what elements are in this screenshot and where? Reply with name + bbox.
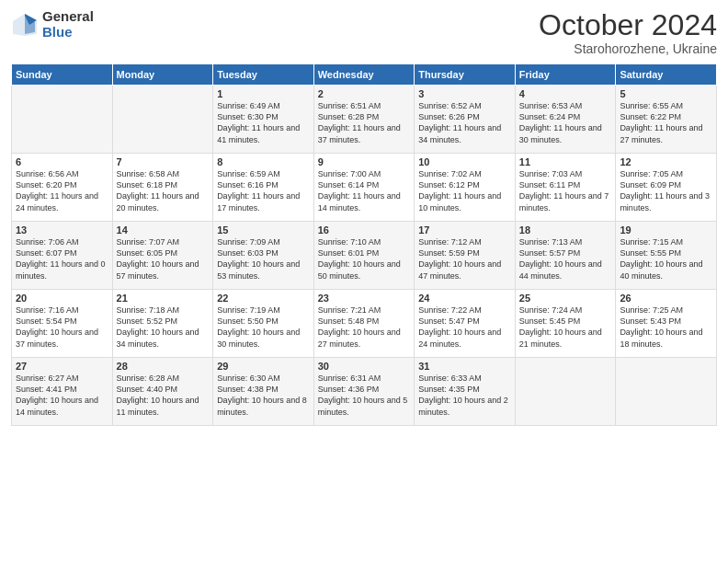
day-info: Sunrise: 6:59 AM Sunset: 6:16 PM Dayligh…	[217, 168, 310, 213]
day-number: 15	[217, 224, 310, 236]
day-number: 25	[519, 293, 612, 304]
day-number: 11	[519, 156, 612, 167]
calendar-cell: 15Sunrise: 7:09 AM Sunset: 6:03 PM Dayli…	[213, 222, 314, 290]
calendar-cell: 29Sunrise: 6:30 AM Sunset: 4:38 PM Dayli…	[213, 358, 314, 426]
header: General Blue October 2024 Starohorozhene…	[11, 9, 717, 56]
calendar-cell: 8Sunrise: 6:59 AM Sunset: 6:16 PM Daylig…	[213, 154, 314, 222]
day-number: 23	[318, 293, 411, 304]
day-info: Sunrise: 6:53 AM Sunset: 6:24 PM Dayligh…	[519, 100, 612, 145]
calendar-cell: 20Sunrise: 7:16 AM Sunset: 5:54 PM Dayli…	[12, 290, 113, 358]
day-info: Sunrise: 6:58 AM Sunset: 6:18 PM Dayligh…	[117, 168, 210, 213]
day-number: 14	[117, 224, 210, 236]
day-info: Sunrise: 6:28 AM Sunset: 4:40 PM Dayligh…	[117, 373, 210, 418]
day-info: Sunrise: 7:12 AM Sunset: 5:59 PM Dayligh…	[418, 236, 511, 282]
calendar-cell	[112, 86, 213, 154]
calendar-table: Sunday Monday Tuesday Wednesday Thursday…	[11, 63, 717, 426]
day-info: Sunrise: 6:49 AM Sunset: 6:30 PM Dayligh…	[217, 100, 310, 145]
calendar-week-3: 13Sunrise: 7:06 AM Sunset: 6:07 PM Dayli…	[12, 222, 717, 290]
calendar-cell: 1Sunrise: 6:49 AM Sunset: 6:30 PM Daylig…	[213, 86, 314, 154]
day-number: 24	[418, 293, 511, 304]
calendar-cell: 6Sunrise: 6:56 AM Sunset: 6:20 PM Daylig…	[12, 154, 113, 222]
calendar-cell: 4Sunrise: 6:53 AM Sunset: 6:24 PM Daylig…	[515, 86, 616, 154]
col-tuesday: Tuesday	[213, 64, 314, 86]
day-info: Sunrise: 6:31 AM Sunset: 4:36 PM Dayligh…	[318, 373, 411, 418]
calendar-cell: 16Sunrise: 7:10 AM Sunset: 6:01 PM Dayli…	[313, 222, 415, 290]
logo-blue: Blue	[42, 25, 94, 40]
location-subtitle: Starohorozhene, Ukraine	[539, 41, 717, 56]
calendar-cell: 27Sunrise: 6:27 AM Sunset: 4:41 PM Dayli…	[12, 358, 113, 426]
calendar-cell: 13Sunrise: 7:06 AM Sunset: 6:07 PM Dayli…	[12, 222, 113, 290]
header-row: Sunday Monday Tuesday Wednesday Thursday…	[12, 64, 717, 86]
day-info: Sunrise: 7:09 AM Sunset: 6:03 PM Dayligh…	[217, 236, 310, 282]
day-number: 30	[318, 361, 411, 372]
calendar-cell	[12, 86, 113, 154]
calendar-cell: 24Sunrise: 7:22 AM Sunset: 5:47 PM Dayli…	[415, 290, 516, 358]
day-info: Sunrise: 7:15 AM Sunset: 5:55 PM Dayligh…	[620, 236, 712, 282]
day-number: 16	[318, 224, 411, 236]
day-info: Sunrise: 7:03 AM Sunset: 6:11 PM Dayligh…	[519, 168, 612, 213]
calendar-cell: 5Sunrise: 6:55 AM Sunset: 6:22 PM Daylig…	[616, 86, 717, 154]
day-info: Sunrise: 7:16 AM Sunset: 5:54 PM Dayligh…	[16, 304, 108, 350]
day-number: 5	[620, 88, 712, 99]
calendar-cell: 3Sunrise: 6:52 AM Sunset: 6:26 PM Daylig…	[415, 86, 516, 154]
calendar-cell: 25Sunrise: 7:24 AM Sunset: 5:45 PM Dayli…	[515, 290, 616, 358]
day-info: Sunrise: 7:18 AM Sunset: 5:52 PM Dayligh…	[117, 304, 210, 350]
calendar-cell: 17Sunrise: 7:12 AM Sunset: 5:59 PM Dayli…	[415, 222, 516, 290]
day-info: Sunrise: 7:07 AM Sunset: 6:05 PM Dayligh…	[117, 236, 210, 282]
calendar-week-1: 1Sunrise: 6:49 AM Sunset: 6:30 PM Daylig…	[12, 86, 717, 154]
day-info: Sunrise: 7:25 AM Sunset: 5:43 PM Dayligh…	[620, 304, 712, 350]
calendar-cell: 14Sunrise: 7:07 AM Sunset: 6:05 PM Dayli…	[112, 222, 213, 290]
day-info: Sunrise: 6:56 AM Sunset: 6:20 PM Dayligh…	[16, 168, 108, 213]
day-number: 6	[16, 156, 108, 167]
day-number: 28	[117, 361, 210, 372]
day-number: 3	[418, 88, 511, 99]
day-info: Sunrise: 7:24 AM Sunset: 5:45 PM Dayligh…	[519, 304, 612, 350]
day-info: Sunrise: 6:55 AM Sunset: 6:22 PM Dayligh…	[620, 100, 712, 145]
calendar-cell: 2Sunrise: 6:51 AM Sunset: 6:28 PM Daylig…	[313, 86, 415, 154]
logo-icon	[11, 12, 39, 38]
page-container: General Blue October 2024 Starohorozhene…	[0, 0, 728, 433]
calendar-cell: 9Sunrise: 7:00 AM Sunset: 6:14 PM Daylig…	[313, 154, 415, 222]
calendar-week-2: 6Sunrise: 6:56 AM Sunset: 6:20 PM Daylig…	[12, 154, 717, 222]
calendar-cell: 19Sunrise: 7:15 AM Sunset: 5:55 PM Dayli…	[616, 222, 717, 290]
calendar-cell: 7Sunrise: 6:58 AM Sunset: 6:18 PM Daylig…	[112, 154, 213, 222]
calendar-cell	[616, 358, 717, 426]
day-number: 10	[418, 156, 511, 167]
day-info: Sunrise: 7:00 AM Sunset: 6:14 PM Dayligh…	[318, 168, 411, 213]
day-info: Sunrise: 6:51 AM Sunset: 6:28 PM Dayligh…	[318, 100, 411, 145]
day-number: 2	[318, 88, 411, 99]
calendar-cell: 23Sunrise: 7:21 AM Sunset: 5:48 PM Dayli…	[313, 290, 415, 358]
day-info: Sunrise: 6:30 AM Sunset: 4:38 PM Dayligh…	[217, 373, 310, 418]
col-friday: Friday	[515, 64, 616, 86]
day-number: 4	[519, 88, 612, 99]
calendar-cell: 21Sunrise: 7:18 AM Sunset: 5:52 PM Dayli…	[112, 290, 213, 358]
day-number: 13	[16, 224, 108, 236]
logo-text: General Blue	[42, 9, 94, 40]
calendar-cell: 11Sunrise: 7:03 AM Sunset: 6:11 PM Dayli…	[515, 154, 616, 222]
calendar-cell: 18Sunrise: 7:13 AM Sunset: 5:57 PM Dayli…	[515, 222, 616, 290]
day-info: Sunrise: 6:27 AM Sunset: 4:41 PM Dayligh…	[16, 373, 108, 418]
calendar-cell: 10Sunrise: 7:02 AM Sunset: 6:12 PM Dayli…	[415, 154, 516, 222]
logo-general: General	[42, 9, 94, 25]
day-info: Sunrise: 7:13 AM Sunset: 5:57 PM Dayligh…	[519, 236, 612, 282]
day-number: 31	[418, 361, 511, 372]
calendar-cell: 28Sunrise: 6:28 AM Sunset: 4:40 PM Dayli…	[112, 358, 213, 426]
calendar-cell: 12Sunrise: 7:05 AM Sunset: 6:09 PM Dayli…	[616, 154, 717, 222]
day-number: 21	[117, 293, 210, 304]
month-title: October 2024	[539, 9, 717, 41]
day-info: Sunrise: 7:19 AM Sunset: 5:50 PM Dayligh…	[217, 304, 310, 350]
day-number: 29	[217, 361, 310, 372]
day-number: 7	[117, 156, 210, 167]
day-number: 20	[16, 293, 108, 304]
day-info: Sunrise: 7:06 AM Sunset: 6:07 PM Dayligh…	[16, 236, 108, 282]
day-number: 9	[318, 156, 411, 167]
day-info: Sunrise: 7:21 AM Sunset: 5:48 PM Dayligh…	[318, 304, 411, 350]
col-sunday: Sunday	[12, 64, 113, 86]
day-number: 17	[418, 224, 511, 236]
day-number: 19	[620, 224, 712, 236]
calendar-cell: 26Sunrise: 7:25 AM Sunset: 5:43 PM Dayli…	[616, 290, 717, 358]
day-info: Sunrise: 7:22 AM Sunset: 5:47 PM Dayligh…	[418, 304, 511, 350]
day-number: 22	[217, 293, 310, 304]
calendar-cell: 30Sunrise: 6:31 AM Sunset: 4:36 PM Dayli…	[313, 358, 415, 426]
day-number: 1	[217, 88, 310, 99]
